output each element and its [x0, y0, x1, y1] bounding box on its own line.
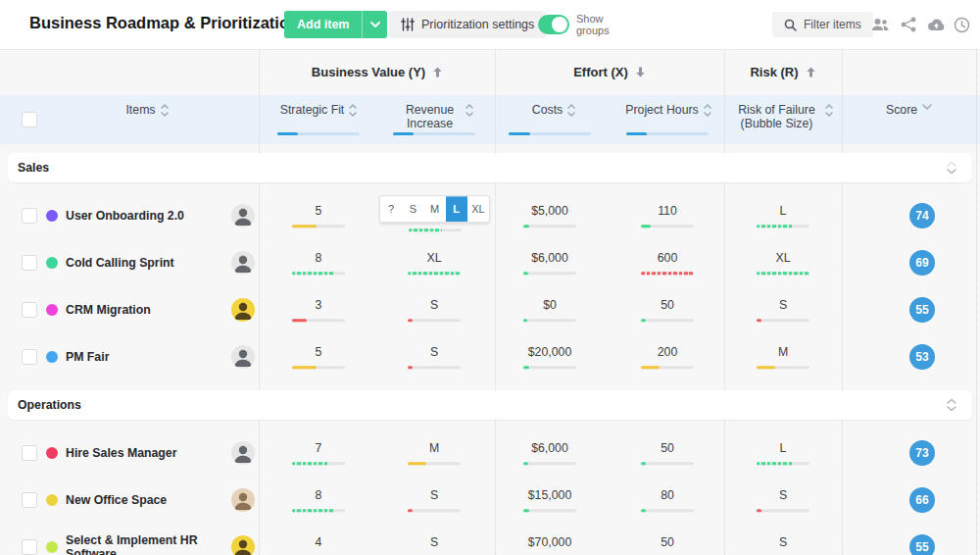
assignee-avatar[interactable]	[231, 488, 255, 512]
table-row[interactable]: Select & Implement HR Software 4 S $70,0…	[0, 524, 980, 555]
size-option-m[interactable]: M	[423, 196, 445, 222]
assignee-avatar[interactable]	[231, 251, 255, 275]
item-name[interactable]: Hire Sales Manager	[66, 446, 227, 460]
project-hours-cell[interactable]: 110	[626, 204, 709, 227]
costs-cell[interactable]: $5,000	[509, 204, 591, 227]
revenue-increase-cell[interactable]: S	[393, 488, 475, 512]
column-header-items[interactable]: Items	[59, 95, 235, 144]
costs-cell[interactable]: $6,000	[509, 441, 591, 465]
item-name[interactable]: CRM Migration	[66, 303, 227, 317]
row-checkbox[interactable]	[22, 445, 37, 461]
group-row-sales[interactable]: Sales	[8, 153, 972, 182]
costs-cell[interactable]: $0	[509, 298, 591, 322]
strategic-fit-cell[interactable]: 4	[277, 535, 360, 555]
size-option-xl[interactable]: XL	[467, 196, 489, 222]
group-row-operations[interactable]: Operations	[8, 390, 972, 420]
column-header-costs[interactable]: Costs	[495, 95, 612, 144]
project-hours-cell[interactable]: 50	[626, 535, 709, 555]
revenue-increase-cell[interactable]: S	[393, 298, 475, 322]
row-checkbox[interactable]	[22, 349, 37, 365]
revenue-increase-size-picker[interactable]: ? S M L XL	[379, 195, 490, 231]
cloud-upload-button[interactable]	[926, 15, 946, 34]
size-option-unknown[interactable]: ?	[380, 196, 402, 222]
risk-cell[interactable]: XL	[742, 251, 824, 275]
strategic-fit-cell[interactable]: 3	[277, 298, 360, 322]
strategic-fit-cell[interactable]: 5	[277, 204, 360, 227]
select-all-checkbox[interactable]	[22, 112, 37, 127]
share-button[interactable]	[899, 15, 918, 34]
score-badge[interactable]: 66	[909, 487, 935, 513]
item-name[interactable]: New Office Space	[66, 493, 227, 507]
score-badge[interactable]: 73	[909, 440, 935, 466]
revenue-increase-cell[interactable]: M	[393, 441, 475, 465]
strategic-fit-cell[interactable]: 8	[277, 488, 360, 512]
prioritization-settings-button[interactable]: Prioritization settings	[389, 11, 546, 38]
project-hours-cell[interactable]: 600	[626, 251, 709, 275]
project-hours-cell[interactable]: 50	[626, 441, 709, 465]
assignee-avatar[interactable]	[231, 535, 255, 555]
expand-collapse-icon[interactable]	[947, 161, 956, 175]
costs-cell[interactable]: $70,000	[509, 535, 591, 555]
risk-cell[interactable]: L	[742, 441, 824, 465]
size-option-s[interactable]: S	[402, 196, 423, 222]
column-header-score[interactable]: Score	[842, 95, 976, 144]
item-name[interactable]: Select & Implement HR Software	[66, 533, 227, 555]
risk-cell[interactable]: S	[742, 488, 824, 512]
score-badge[interactable]: 74	[909, 203, 935, 228]
score-badge[interactable]: 55	[909, 534, 935, 555]
table-row[interactable]: User Onboarding 2.0 5 ? S M L XL $5,000 …	[0, 192, 980, 239]
row-checkbox[interactable]	[22, 302, 37, 318]
assignee-avatar[interactable]	[231, 441, 255, 465]
size-option-l-selected[interactable]: L	[446, 196, 467, 222]
column-header-revenue-increase[interactable]: Revenue Increase	[377, 95, 495, 144]
score-badge[interactable]: 55	[909, 297, 935, 323]
table-row[interactable]: Cold Calling Sprint 8 XL $6,000 600 XL 6…	[0, 239, 980, 286]
risk-cell[interactable]: S	[742, 535, 824, 555]
table-row[interactable]: New Office Space 8 S $15,000 80 S 66	[0, 477, 980, 524]
expand-collapse-icon[interactable]	[947, 398, 956, 412]
risk-cell[interactable]: M	[742, 345, 824, 369]
row-checkbox[interactable]	[22, 492, 37, 508]
assignee-avatar[interactable]	[231, 345, 255, 369]
revenue-increase-cell[interactable]: XL	[393, 251, 475, 275]
item-name[interactable]: PM Fair	[66, 350, 227, 364]
project-hours-cell[interactable]: 80	[626, 488, 709, 512]
row-checkbox[interactable]	[22, 208, 37, 224]
add-item-dropdown-button[interactable]	[362, 11, 387, 38]
costs-cell[interactable]: $20,000	[509, 345, 591, 369]
show-groups-toggle[interactable]	[538, 15, 569, 34]
revenue-increase-cell[interactable]: S	[393, 345, 475, 369]
column-header-strategic-fit[interactable]: Strategic Fit	[260, 95, 377, 144]
column-header-project-hours[interactable]: Project Hours	[612, 95, 724, 144]
history-button[interactable]	[952, 15, 971, 34]
risk-cell[interactable]: L	[742, 204, 824, 227]
score-badge[interactable]: 69	[909, 250, 935, 276]
assignee-avatar[interactable]	[231, 204, 255, 227]
risk-cell[interactable]: S	[742, 298, 824, 322]
costs-cell[interactable]: $15,000	[509, 488, 591, 512]
column-group-effort[interactable]: Effort (X)	[495, 49, 724, 94]
item-name[interactable]: Cold Calling Sprint	[66, 256, 227, 270]
column-group-business-value[interactable]: Business Value (Y)	[260, 49, 495, 94]
revenue-increase-cell[interactable]: S	[393, 535, 475, 555]
item-name[interactable]: User Onboarding 2.0	[66, 209, 227, 223]
table-row[interactable]: Hire Sales Manager 7 M $6,000 50 L 73	[0, 429, 980, 477]
project-hours-cell[interactable]: 200	[626, 345, 709, 369]
table-row[interactable]: CRM Migration 3 S $0 50 S 55	[0, 286, 980, 333]
row-checkbox[interactable]	[22, 255, 37, 271]
assignee-avatar[interactable]	[231, 298, 255, 322]
score-badge[interactable]: 53	[909, 344, 935, 370]
filter-items-button[interactable]: Filter items	[772, 12, 873, 37]
column-group-risk[interactable]: Risk (R)	[724, 49, 842, 94]
team-members-button[interactable]	[870, 15, 890, 34]
column-header-risk-of-failure[interactable]: Risk of Failure (Bubble Size)	[724, 95, 842, 144]
row-checkbox[interactable]	[22, 539, 37, 555]
table-row[interactable]: PM Fair 5 S $20,000 200 M 53	[0, 333, 980, 380]
strategic-fit-cell[interactable]: 5	[277, 345, 360, 369]
cell-value: 3	[277, 298, 360, 312]
add-item-button[interactable]: Add item	[284, 11, 362, 38]
strategic-fit-cell[interactable]: 8	[277, 251, 360, 275]
costs-cell[interactable]: $6,000	[509, 251, 591, 275]
project-hours-cell[interactable]: 50	[626, 298, 709, 322]
strategic-fit-cell[interactable]: 7	[277, 441, 360, 465]
